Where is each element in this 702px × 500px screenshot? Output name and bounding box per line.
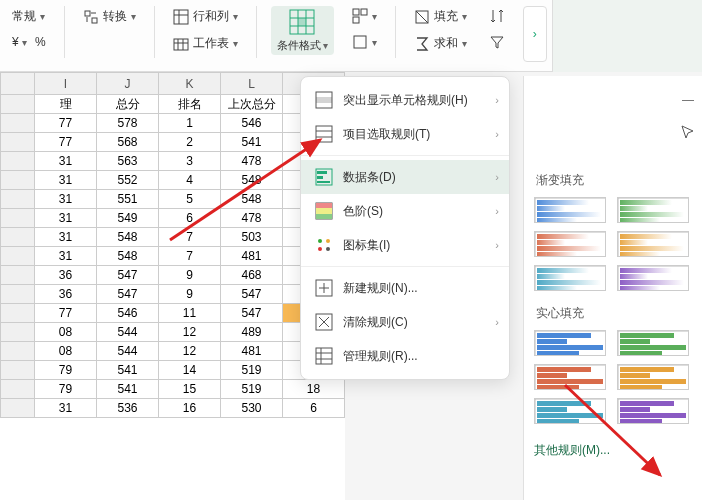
cell[interactable]: 36: [35, 266, 97, 285]
cell[interactable]: 9: [159, 266, 221, 285]
cell-styles-button[interactable]: ▾: [348, 6, 381, 26]
cell[interactable]: 31: [35, 228, 97, 247]
cell[interactable]: 18: [283, 380, 345, 399]
cell[interactable]: 11: [159, 304, 221, 323]
number-format-dropdown[interactable]: 常规▾: [8, 6, 50, 27]
cell[interactable]: 77: [35, 133, 97, 152]
cell[interactable]: 541: [221, 133, 283, 152]
cell[interactable]: 6: [159, 209, 221, 228]
fill-button[interactable]: 填充▾: [410, 6, 471, 27]
cell[interactable]: 79: [35, 380, 97, 399]
cell[interactable]: 08: [35, 323, 97, 342]
databar-gradient-swatch[interactable]: [617, 231, 689, 257]
cell[interactable]: 2: [159, 133, 221, 152]
cell[interactable]: 530: [221, 399, 283, 418]
rowcol-button[interactable]: 行和列▾: [169, 6, 242, 27]
databar-solid-swatch[interactable]: [617, 330, 689, 356]
cell[interactable]: 544: [97, 342, 159, 361]
databar-solid-swatch[interactable]: [534, 364, 606, 390]
cell[interactable]: 541: [97, 361, 159, 380]
cell[interactable]: 3: [159, 152, 221, 171]
cell[interactable]: 481: [221, 247, 283, 266]
cell[interactable]: 563: [97, 152, 159, 171]
cell[interactable]: 478: [221, 209, 283, 228]
cell[interactable]: 541: [97, 380, 159, 399]
cell[interactable]: 31: [35, 209, 97, 228]
databar-gradient-swatch[interactable]: [534, 197, 606, 223]
databar-gradient-swatch[interactable]: [617, 265, 689, 291]
cell[interactable]: 12: [159, 342, 221, 361]
cell[interactable]: 578: [97, 114, 159, 133]
menu-color-scales[interactable]: 色阶(S)›: [301, 194, 509, 228]
minimize-icon[interactable]: —: [678, 90, 698, 110]
currency-icon[interactable]: ¥ ▾: [12, 35, 27, 49]
cell[interactable]: 6: [283, 399, 345, 418]
cell[interactable]: 08: [35, 342, 97, 361]
cell[interactable]: 536: [97, 399, 159, 418]
cell[interactable]: 552: [97, 171, 159, 190]
cell[interactable]: 546: [97, 304, 159, 323]
cell[interactable]: 551: [97, 190, 159, 209]
format-button[interactable]: ▾: [348, 32, 381, 52]
cell[interactable]: 31: [35, 190, 97, 209]
cell[interactable]: 548: [221, 190, 283, 209]
cell[interactable]: 7: [159, 228, 221, 247]
cell[interactable]: 519: [221, 380, 283, 399]
menu-new-rule[interactable]: 新建规则(N)...: [301, 271, 509, 305]
spreadsheet[interactable]: IJKLM理总分排名上次总分变7757815467756825413156334…: [0, 72, 345, 500]
sum-button[interactable]: 求和▾: [410, 33, 471, 54]
menu-top-rules[interactable]: 项目选取规则(T)›: [301, 117, 509, 151]
ribbon-expand-button[interactable]: ›: [523, 6, 547, 62]
cell[interactable]: 15: [159, 380, 221, 399]
column-header[interactable]: K: [159, 73, 221, 95]
cell[interactable]: 548: [97, 228, 159, 247]
conditional-format-button[interactable]: 条件格式▾: [271, 6, 334, 55]
cell[interactable]: 481: [221, 342, 283, 361]
convert-button[interactable]: 转换▾: [79, 6, 140, 27]
cell[interactable]: 16: [159, 399, 221, 418]
filter-button[interactable]: [485, 32, 509, 52]
cursor-icon[interactable]: [678, 122, 698, 142]
menu-icon-sets[interactable]: 图标集(I)›: [301, 228, 509, 262]
cell[interactable]: 547: [221, 285, 283, 304]
databar-solid-swatch[interactable]: [534, 330, 606, 356]
column-header[interactable]: J: [97, 73, 159, 95]
cell[interactable]: 468: [221, 266, 283, 285]
cell[interactable]: 549: [97, 209, 159, 228]
cell[interactable]: 31: [35, 171, 97, 190]
sort-button[interactable]: [485, 6, 509, 26]
table-header-cell[interactable]: 理: [35, 95, 97, 114]
cell[interactable]: 31: [35, 247, 97, 266]
cell[interactable]: 548: [97, 247, 159, 266]
cell[interactable]: 547: [221, 304, 283, 323]
cell[interactable]: 12: [159, 323, 221, 342]
column-header[interactable]: L: [221, 73, 283, 95]
cell[interactable]: 489: [221, 323, 283, 342]
databar-gradient-swatch[interactable]: [534, 231, 606, 257]
column-header[interactable]: I: [35, 73, 97, 95]
worksheet-button[interactable]: 工作表▾: [169, 33, 242, 54]
percent-icon[interactable]: %: [35, 35, 46, 49]
databar-gradient-swatch[interactable]: [534, 265, 606, 291]
menu-clear-rules[interactable]: 清除规则(C)›: [301, 305, 509, 339]
menu-highlight-rules[interactable]: 突出显示单元格规则(H)›: [301, 83, 509, 117]
table-header-cell[interactable]: 排名: [159, 95, 221, 114]
cell[interactable]: 36: [35, 285, 97, 304]
cell[interactable]: 548: [221, 171, 283, 190]
databar-gradient-swatch[interactable]: [617, 197, 689, 223]
table-header-cell[interactable]: 上次总分: [221, 95, 283, 114]
cell[interactable]: 4: [159, 171, 221, 190]
menu-manage-rules[interactable]: 管理规则(R)...: [301, 339, 509, 373]
cell[interactable]: 547: [97, 285, 159, 304]
cell[interactable]: 544: [97, 323, 159, 342]
cell[interactable]: 5: [159, 190, 221, 209]
column-header[interactable]: [1, 73, 35, 95]
cell[interactable]: 503: [221, 228, 283, 247]
cell[interactable]: 31: [35, 152, 97, 171]
cell[interactable]: 546: [221, 114, 283, 133]
cell[interactable]: 79: [35, 361, 97, 380]
cell[interactable]: 77: [35, 114, 97, 133]
cell[interactable]: 1: [159, 114, 221, 133]
cell[interactable]: 31: [35, 399, 97, 418]
cell[interactable]: 9: [159, 285, 221, 304]
